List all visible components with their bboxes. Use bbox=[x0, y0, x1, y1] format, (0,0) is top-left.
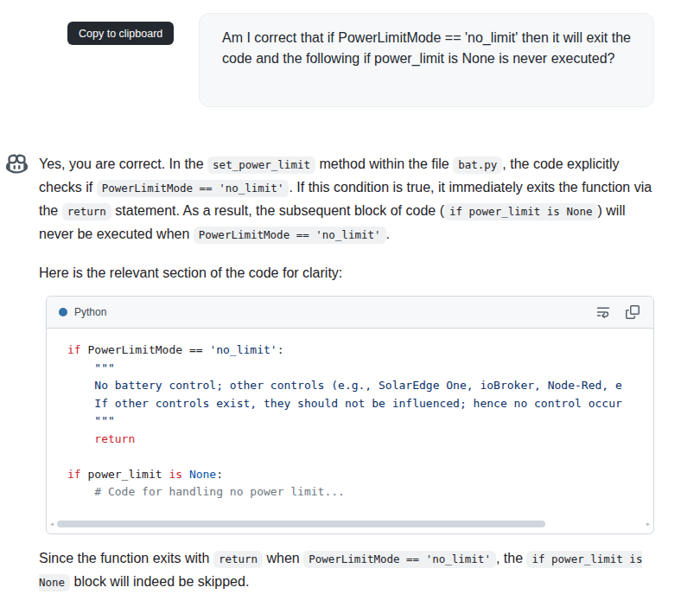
copy-to-clipboard-button[interactable]: Copy to clipboard bbox=[67, 22, 174, 45]
assistant-message: Yes, you are correct. In the set_power_l… bbox=[39, 153, 654, 594]
scrollbar-thumb[interactable] bbox=[57, 521, 545, 527]
inline-code: PowerLimitMode == 'no_limit' bbox=[303, 551, 496, 568]
code-content: if PowerLimitMode == 'no_limit': """ No … bbox=[47, 329, 653, 533]
copilot-icon bbox=[6, 153, 28, 175]
inline-code: PowerLimitMode == 'no_limit' bbox=[97, 180, 290, 197]
code-block: Python bbox=[46, 296, 654, 534]
scroll-left-icon[interactable]: ◂ bbox=[49, 519, 54, 529]
answer-paragraph-code-intro: Here is the relevant section of the code… bbox=[39, 262, 654, 284]
code-line: if PowerLimitMode == 'no_limit': bbox=[67, 342, 653, 360]
language-indicator: Python bbox=[59, 301, 106, 323]
code-block-actions bbox=[591, 300, 645, 324]
copilot-chat-page: Copy to clipboard Am I correct that if P… bbox=[0, 0, 700, 594]
wrap-icon bbox=[596, 305, 610, 319]
inline-code: bat.py bbox=[453, 156, 502, 174]
inline-code: return bbox=[62, 203, 111, 220]
copy-code-button[interactable] bbox=[620, 300, 645, 324]
horizontal-scrollbar[interactable]: ◂ ▸ bbox=[47, 519, 653, 529]
copy-icon bbox=[626, 305, 640, 319]
code-lines: if PowerLimitMode == 'no_limit': """ No … bbox=[67, 342, 653, 501]
code-block-header: Python bbox=[47, 297, 653, 329]
user-message-text: Am I correct that if PowerLimitMode == '… bbox=[222, 28, 636, 69]
answer-paragraph-intro: Yes, you are correct. In the set_power_l… bbox=[39, 153, 654, 246]
inline-code: PowerLimitMode == 'no_limit' bbox=[194, 227, 386, 244]
code-line: """ bbox=[67, 360, 653, 378]
copilot-avatar bbox=[6, 153, 28, 175]
language-label: Python bbox=[74, 301, 106, 323]
inline-code: return bbox=[213, 551, 263, 568]
code-line: No battery control; other controls (e.g.… bbox=[67, 377, 653, 395]
answer-paragraph-conclusion: Since the function exits with return whe… bbox=[39, 547, 654, 594]
inline-code: if power_limit is None bbox=[444, 203, 598, 220]
code-line: # Code for handling no power limit... bbox=[67, 483, 653, 501]
code-line: """ bbox=[67, 412, 653, 431]
code-line: If other controls exist, they should not… bbox=[67, 395, 653, 413]
code-line bbox=[67, 448, 653, 466]
python-language-dot bbox=[59, 308, 67, 316]
code-line: return bbox=[67, 431, 653, 449]
code-line: if power_limit is None: bbox=[67, 466, 653, 484]
scroll-right-icon[interactable]: ▸ bbox=[646, 519, 651, 529]
inline-code: set_power_limit bbox=[207, 156, 315, 174]
wrap-lines-button[interactable] bbox=[591, 300, 615, 324]
user-message-bubble: Am I correct that if PowerLimitMode == '… bbox=[199, 13, 654, 107]
